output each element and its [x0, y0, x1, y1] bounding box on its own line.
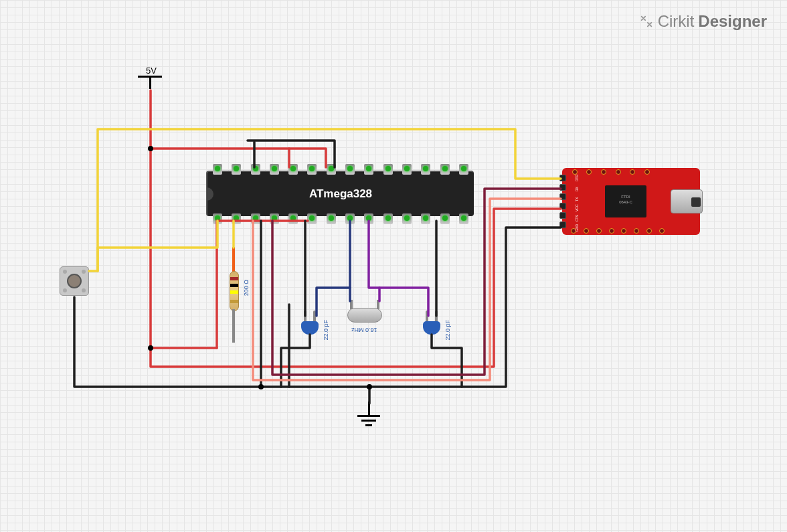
power-stem [149, 76, 151, 89]
wire-crystal-cap2 [379, 288, 428, 316]
capacitor-1-value: 22.0 pF [323, 320, 329, 341]
wire-reset-left [98, 221, 217, 271]
chip-pins-top [213, 164, 468, 175]
atmega328-chip[interactable]: ATmega328 [206, 171, 474, 216]
wire-gnd-main [74, 228, 561, 387]
chip-notch [207, 187, 213, 201]
app-logo: Cirkit Designer [639, 12, 767, 31]
resistor-lead-icon [232, 247, 235, 272]
svg-point-2 [148, 345, 153, 351]
logo-icon [639, 14, 654, 29]
svg-point-1 [148, 146, 153, 151]
resistor[interactable] [230, 271, 239, 311]
ftdi-chip-label-2: 0643-C [619, 200, 632, 204]
brand-sub: Designer [698, 12, 767, 31]
ftdi-ic-chip: FTDI 0643-C [605, 185, 646, 217]
wire-ground-chip-top [248, 141, 335, 167]
ftdi-left-pins [559, 175, 566, 228]
wire-cap2-gnd [432, 335, 462, 387]
svg-point-3 [258, 384, 264, 389]
ftdi-top-holes [567, 169, 654, 175]
svg-point-0 [367, 384, 372, 389]
ftdi-programmer-board[interactable]: FTDI 0643-C DTR RX TX VCC CTS GND [562, 168, 700, 235]
push-button-cap [67, 274, 82, 288]
ftdi-chip-label-1: FTDI [621, 195, 630, 199]
ftdi-usb-port[interactable] [671, 189, 703, 213]
wire-tx [253, 199, 561, 380]
capacitor-2[interactable] [423, 315, 440, 335]
wire-cap1-gnd [281, 335, 310, 387]
resistor-lead-icon [232, 309, 235, 343]
crystal-oscillator[interactable] [345, 308, 385, 323]
ftdi-pin-gnd: GND [575, 218, 579, 232]
chip-pins-bottom [213, 213, 468, 224]
wire-5v-ftdi [151, 90, 561, 367]
capacitor-2-value: 22.0 pF [444, 320, 451, 341]
resistor-value: 200 Ω [243, 280, 250, 296]
power-5v-label: 5V [146, 66, 157, 76]
chip-label: ATmega328 [309, 187, 372, 201]
wire-layer [0, 0, 787, 532]
capacitor-1[interactable] [301, 315, 319, 335]
push-button[interactable] [60, 266, 89, 296]
ftdi-bottom-holes [567, 228, 668, 234]
wire-crystal-r-chip [369, 221, 379, 301]
crystal-value: 16.0 MHz [351, 327, 377, 333]
brand-main: Cirkit [658, 12, 695, 31]
ground-symbol [357, 402, 380, 426]
